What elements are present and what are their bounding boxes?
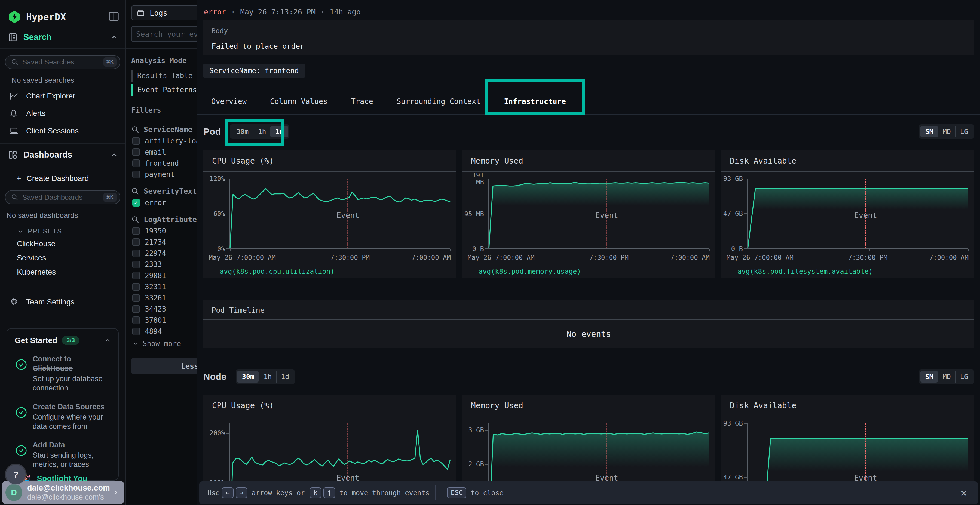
sidebar-item-kubernetes[interactable]: Kubernetes <box>5 265 120 279</box>
tab-overview[interactable]: Overview <box>211 89 247 114</box>
gear-icon <box>9 297 20 306</box>
x-axis-tick: May 26 7:00:00 AM <box>468 254 535 262</box>
checkbox[interactable] <box>132 272 140 279</box>
user-menu[interactable]: D dale@clickhouse.com dale@clickhouse.co… <box>2 481 124 505</box>
chart-title: Memory Used <box>462 151 715 172</box>
x-axis-tick: 7:30:00 PM <box>589 254 629 262</box>
checkbox[interactable] <box>132 171 140 178</box>
body-label: Body <box>212 27 966 35</box>
avatar: D <box>5 484 22 501</box>
hint-text: to move through events <box>339 489 430 497</box>
esc-key: ESC <box>447 487 466 498</box>
chevron-up-icon[interactable] <box>104 337 111 344</box>
saved-dashboards-input[interactable]: Saved Dashboards ⌘K <box>5 190 120 204</box>
pod-cpu-chart: CPU Usage (%) 120%60%0%Event May 26 7:00… <box>204 151 456 278</box>
pod-memory-chart: Memory Used 191 MB95 MB0 BEvent May 26 7… <box>462 151 715 278</box>
presets-toggle[interactable]: PRESETS <box>5 222 120 237</box>
saved-searches-placeholder: Saved Searches <box>22 58 74 67</box>
create-dashboard-button[interactable]: + Create Dashboard <box>5 171 120 186</box>
y-axis-tick: 47 GB <box>722 210 743 217</box>
presets-label: PRESETS <box>28 227 62 235</box>
chart-title: CPU Usage (%) <box>204 151 456 172</box>
checkbox[interactable] <box>132 238 140 246</box>
size-md[interactable]: MD <box>938 126 955 137</box>
tab-column-values[interactable]: Column Values <box>270 89 328 114</box>
event-marker-label: Event <box>854 211 877 220</box>
task-subtitle: Set up your database connection <box>33 375 111 393</box>
get-started-item[interactable]: Add Data Start sending logs, metrics, or… <box>15 440 111 469</box>
checkbox[interactable] <box>132 316 140 324</box>
chart-title: Disk Available <box>721 151 974 172</box>
checkbox[interactable] <box>132 283 140 291</box>
brand-row: HyperDX <box>0 0 125 26</box>
pod-range-select: 30m 1h 1d <box>230 124 289 139</box>
checkbox[interactable] <box>132 227 140 235</box>
x-axis-tick: May 26 7:00:00 AM <box>727 254 794 262</box>
chevron-up-icon[interactable] <box>110 151 118 159</box>
checkbox[interactable] <box>132 327 140 335</box>
checkbox[interactable] <box>132 249 140 257</box>
chart-title: Disk Available <box>721 395 974 416</box>
checkbox[interactable] <box>132 294 140 302</box>
pod-title: Pod <box>204 126 221 137</box>
range-1d[interactable]: 1d <box>276 371 293 383</box>
task-title: Connect to ClickHouse <box>33 354 101 373</box>
sidebar-item-search[interactable]: Search <box>0 26 125 49</box>
size-md[interactable]: MD <box>938 371 955 383</box>
sidebar-item-services[interactable]: Services <box>5 251 120 265</box>
size-lg[interactable]: LG <box>955 126 973 137</box>
sidebar-item-clickhouse[interactable]: ClickHouse <box>5 237 120 251</box>
get-started-item[interactable]: Create Data Sources Configure where your… <box>15 402 111 431</box>
saved-dashboards-placeholder: Saved Dashboards <box>22 193 83 202</box>
checkbox[interactable]: ✓ <box>132 199 140 206</box>
saved-searches-input[interactable]: Saved Searches ⌘K <box>5 55 120 69</box>
x-axis-tick: May 26 7:00:00 AM <box>209 254 276 262</box>
tab-infrastructure[interactable]: Infrastructure <box>504 89 566 114</box>
y-axis-tick: 60% <box>204 210 225 218</box>
range-1h[interactable]: 1h <box>253 126 270 137</box>
sidebar: HyperDX Search Saved Searches ⌘K No save… <box>0 0 126 505</box>
y-axis-tick: 3 GB <box>463 427 484 434</box>
sidebar-item-label: Client Sessions <box>26 127 79 135</box>
collapse-sidebar-icon[interactable] <box>108 11 119 22</box>
create-dashboard-label: Create Dashboard <box>27 174 89 183</box>
sidebar-item-alerts[interactable]: Alerts <box>5 105 120 122</box>
chevron-down-icon <box>132 340 139 347</box>
get-started-card: Get Started 3/3 Connect to ClickHouse Se… <box>6 328 119 481</box>
get-started-item[interactable]: Connect to ClickHouse Set up your databa… <box>15 354 111 393</box>
range-1d[interactable]: 1d <box>270 126 288 137</box>
close-icon[interactable]: ✕ <box>961 487 967 499</box>
checkbox[interactable] <box>132 159 140 167</box>
help-button[interactable]: ? <box>6 465 25 484</box>
mode-label: Results Table <box>137 71 193 80</box>
size-sm[interactable]: SM <box>920 371 938 383</box>
check-circle-icon <box>15 406 28 431</box>
checkbox[interactable] <box>132 148 140 156</box>
tab-surrounding-context[interactable]: Surrounding Context <box>397 89 481 114</box>
sidebar-item-chart-explorer[interactable]: Chart Explorer <box>5 87 120 105</box>
hyperdx-app: HyperDX Search Saved Searches ⌘K No save… <box>0 0 980 505</box>
sidebar-item-client-sessions[interactable]: Client Sessions <box>5 122 120 140</box>
checkbox[interactable] <box>132 260 140 268</box>
range-1h[interactable]: 1h <box>259 371 276 383</box>
tab-trace[interactable]: Trace <box>351 89 373 114</box>
chart-icon <box>9 91 20 101</box>
sidebar-item-team-settings[interactable]: Team Settings <box>5 293 120 311</box>
size-lg[interactable]: LG <box>955 371 973 383</box>
service-name-chip[interactable]: ServiceName: frontend <box>204 64 305 78</box>
event-detail-panel: error · May 26 7:13:26 PM · 14h ago Body… <box>197 0 980 505</box>
checkbox[interactable] <box>132 137 140 145</box>
y-axis-tick: 95 MB <box>463 210 484 218</box>
checkbox[interactable] <box>132 305 140 313</box>
search-icon <box>131 187 139 195</box>
y-axis-tick: 200% <box>204 430 225 437</box>
search-icon <box>131 216 139 224</box>
event-marker-label: Event <box>595 211 618 220</box>
sidebar-item-dashboards[interactable]: Dashboards <box>0 143 125 166</box>
event-timestamp: May 26 7:13:26 PM <box>240 8 315 16</box>
size-sm[interactable]: SM <box>920 126 938 137</box>
range-30m[interactable]: 30m <box>237 371 259 383</box>
y-axis-tick: 93 GB <box>722 420 743 427</box>
chevron-up-icon[interactable] <box>110 33 118 41</box>
range-30m[interactable]: 30m <box>231 126 253 137</box>
